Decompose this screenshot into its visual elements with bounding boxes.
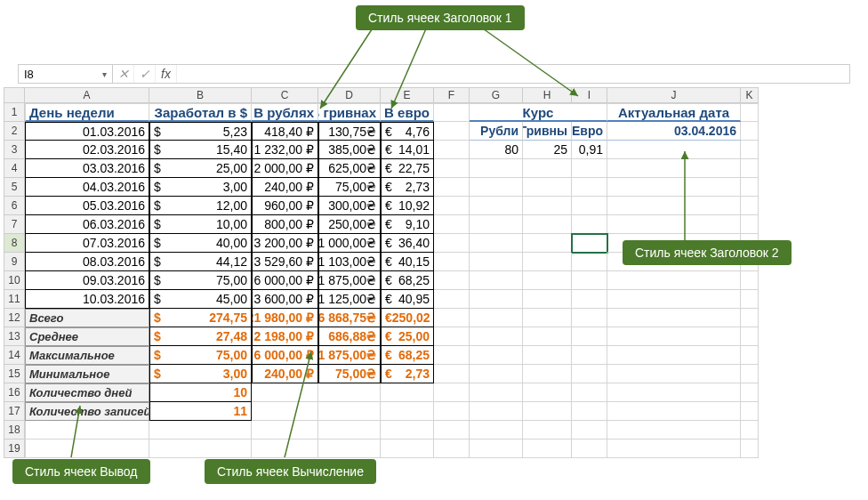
row-header-9[interactable]: 9 <box>4 253 25 271</box>
cell-J5[interactable] <box>607 178 741 197</box>
cell-B11[interactable]: $45,00 <box>149 290 252 309</box>
cell-J3[interactable] <box>607 141 741 159</box>
cell-I9[interactable] <box>572 253 607 271</box>
cell-H13[interactable] <box>523 327 572 346</box>
cell-G11[interactable] <box>470 290 523 309</box>
cell-F8[interactable] <box>434 234 470 253</box>
cell-F14[interactable] <box>434 346 470 365</box>
col-header-A[interactable]: A <box>25 87 149 103</box>
cell-H7[interactable] <box>523 215 572 234</box>
cell-E14[interactable]: €68,25 <box>381 346 434 365</box>
cell-F11[interactable] <box>434 290 470 309</box>
cell-D9[interactable]: 1 103,00₴ <box>318 253 381 271</box>
cell-E12[interactable]: €250,02 <box>381 309 434 327</box>
col-header-F[interactable]: F <box>434 87 470 103</box>
cell-A19[interactable] <box>25 440 149 458</box>
cell-D3[interactable]: 385,00₴ <box>318 141 381 159</box>
cell-J18[interactable] <box>607 421 741 440</box>
cell-E3[interactable]: €14,01 <box>381 141 434 159</box>
cell-G1[interactable]: Курс <box>470 103 607 122</box>
cell-J13[interactable] <box>607 327 741 346</box>
cell-A4[interactable]: 03.03.2016 <box>25 159 149 178</box>
cell-B10[interactable]: $75,00 <box>149 271 252 290</box>
cell-F1[interactable] <box>434 103 470 122</box>
cell-D5[interactable]: 75,00₴ <box>318 178 381 197</box>
row-header-12[interactable]: 12 <box>4 309 25 327</box>
cell-G15[interactable] <box>470 365 523 383</box>
cell-G14[interactable] <box>470 346 523 365</box>
row-header-1[interactable]: 1 <box>4 103 25 122</box>
cell-F16[interactable] <box>434 383 470 402</box>
cell-J16[interactable] <box>607 383 741 402</box>
col-header-K[interactable]: K <box>741 87 759 103</box>
cell-E15[interactable]: €2,73 <box>381 365 434 383</box>
cell-G13[interactable] <box>470 327 523 346</box>
cell-I16[interactable] <box>572 383 607 402</box>
row-header-16[interactable]: 16 <box>4 383 25 402</box>
cell-D2[interactable]: 130,75₴ <box>318 122 381 141</box>
cell-G2[interactable]: Рубли <box>470 122 523 141</box>
cell-A11[interactable]: 10.03.2016 <box>25 290 149 309</box>
cell-J4[interactable] <box>607 159 741 178</box>
cell-A1[interactable]: День недели <box>25 103 149 122</box>
cell-I8[interactable] <box>572 234 607 253</box>
cell-H12[interactable] <box>523 309 572 327</box>
cell-D10[interactable]: 1 875,00₴ <box>318 271 381 290</box>
cell-H8[interactable] <box>523 234 572 253</box>
cell-D19[interactable] <box>318 440 381 458</box>
cell-F13[interactable] <box>434 327 470 346</box>
cell-J2[interactable]: 03.04.2016 <box>607 122 741 141</box>
name-box-dropdown-icon[interactable]: ▾ <box>102 69 107 79</box>
cell-B18[interactable] <box>149 421 252 440</box>
cell-B12[interactable]: $274,75 <box>149 309 252 327</box>
cell-B17[interactable]: 11 <box>149 402 252 421</box>
cell-K13[interactable] <box>741 327 759 346</box>
cell-G3[interactable]: 80 <box>470 141 523 159</box>
fx-icon[interactable]: fx <box>156 65 177 83</box>
cell-B5[interactable]: $3,00 <box>149 178 252 197</box>
cell-H4[interactable] <box>523 159 572 178</box>
cell-A9[interactable]: 08.03.2016 <box>25 253 149 271</box>
cell-E2[interactable]: €4,76 <box>381 122 434 141</box>
cell-K19[interactable] <box>741 440 759 458</box>
cell-F10[interactable] <box>434 271 470 290</box>
cell-H5[interactable] <box>523 178 572 197</box>
cell-A5[interactable]: 04.03.2016 <box>25 178 149 197</box>
row-header-11[interactable]: 11 <box>4 290 25 309</box>
cell-E17[interactable] <box>381 402 434 421</box>
row-header-10[interactable]: 10 <box>4 271 25 290</box>
cell-A6[interactable]: 05.03.2016 <box>25 197 149 215</box>
cell-D14[interactable]: 1 875,00₴ <box>318 346 381 365</box>
row-header-4[interactable]: 4 <box>4 159 25 178</box>
cell-B1[interactable]: Заработал в $ <box>149 103 252 122</box>
cell-A2[interactable]: 01.03.2016 <box>25 122 149 141</box>
cell-K6[interactable] <box>741 197 759 215</box>
cell-K16[interactable] <box>741 383 759 402</box>
cell-B3[interactable]: $15,40 <box>149 141 252 159</box>
cell-E13[interactable]: €25,00 <box>381 327 434 346</box>
name-box[interactable]: I8▾ <box>19 65 113 83</box>
cell-A3[interactable]: 02.03.2016 <box>25 141 149 159</box>
cell-I7[interactable] <box>572 215 607 234</box>
row-header-13[interactable]: 13 <box>4 327 25 346</box>
cell-C6[interactable]: 960,00 ₽ <box>252 197 318 215</box>
cell-J1[interactable]: Актуальная дата <box>607 103 741 122</box>
cell-I10[interactable] <box>572 271 607 290</box>
cell-K14[interactable] <box>741 346 759 365</box>
cell-C8[interactable]: 3 200,00 ₽ <box>252 234 318 253</box>
cell-C10[interactable]: 6 000,00 ₽ <box>252 271 318 290</box>
cell-G16[interactable] <box>470 383 523 402</box>
cell-A17[interactable]: Количество записей <box>25 402 149 421</box>
cell-A8[interactable]: 07.03.2016 <box>25 234 149 253</box>
cell-D17[interactable] <box>318 402 381 421</box>
cell-D1[interactable]: В гривнах <box>318 103 381 122</box>
cell-H10[interactable] <box>523 271 572 290</box>
cell-K17[interactable] <box>741 402 759 421</box>
cell-K11[interactable] <box>741 290 759 309</box>
cell-G18[interactable] <box>470 421 523 440</box>
cell-H18[interactable] <box>523 421 572 440</box>
cell-G4[interactable] <box>470 159 523 178</box>
cell-D12[interactable]: 6 868,75₴ <box>318 309 381 327</box>
cell-B7[interactable]: $10,00 <box>149 215 252 234</box>
cell-K15[interactable] <box>741 365 759 383</box>
